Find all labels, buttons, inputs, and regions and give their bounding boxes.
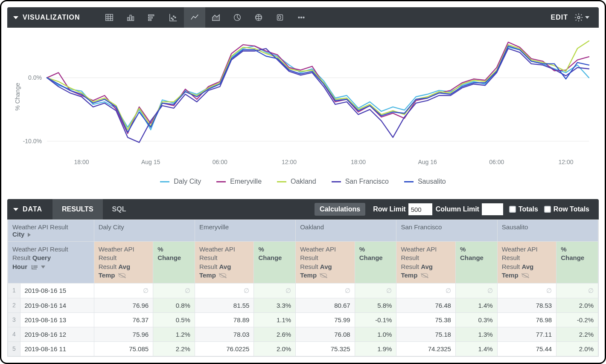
column-limit-input[interactable]: [482, 203, 503, 215]
cell-avg-temp[interactable]: 81.55: [195, 298, 254, 313]
measure-header[interactable]: Weather API ResultResult AvgTemp: [195, 242, 254, 283]
cell-pct-change[interactable]: 1.9%: [355, 342, 396, 356]
cell-pct-change[interactable]: 0.8%: [153, 298, 195, 313]
viz-type-area-icon[interactable]: [205, 7, 227, 28]
cell-pct-change[interactable]: 2.2%: [153, 342, 195, 356]
viz-type-table-icon[interactable]: [99, 7, 120, 28]
line-chart[interactable]: 0.0%-10.0%18:00Aug 1506:0012:0018:00Aug …: [7, 32, 599, 177]
cell-pct-change[interactable]: 2.6%: [254, 327, 296, 342]
cell-avg-temp[interactable]: 75.44: [497, 342, 556, 356]
cell-pct-change[interactable]: -0.2%: [556, 313, 598, 327]
cell-avg-temp[interactable]: 76.0225: [195, 342, 254, 356]
legend-item[interactable]: Sausalito: [404, 178, 446, 185]
cell-pct-change[interactable]: 1.3%: [455, 327, 497, 342]
cell-pct-change[interactable]: -0.1%: [355, 313, 396, 327]
viz-type-pie-icon[interactable]: [227, 7, 248, 28]
cell-avg-temp[interactable]: 80.67: [296, 298, 355, 313]
row-limit-input[interactable]: [408, 203, 432, 215]
cell-pct-change[interactable]: 1.4%: [455, 298, 497, 313]
cell-hour[interactable]: 2019-08-16 13: [20, 313, 94, 327]
cell-pct-change[interactable]: 2.2%: [556, 327, 598, 342]
cell-pct-change[interactable]: 1.4%: [455, 342, 497, 356]
calc-header[interactable]: %Change: [556, 242, 598, 283]
cell-pct-change[interactable]: ∅: [556, 283, 598, 298]
calc-header[interactable]: %Change: [153, 242, 195, 283]
viz-type-scatter-icon[interactable]: [163, 7, 184, 28]
legend-item[interactable]: San Francisco: [332, 178, 389, 185]
cell-avg-temp[interactable]: ∅: [195, 283, 254, 298]
cell-avg-temp[interactable]: ∅: [94, 283, 153, 298]
cell-pct-change[interactable]: 2.0%: [556, 298, 598, 313]
cell-pct-change[interactable]: 1.0%: [355, 327, 396, 342]
cell-hour[interactable]: 2019-08-16 14: [20, 298, 94, 313]
cell-avg-temp[interactable]: 75.38: [396, 313, 456, 327]
pivot-value-header[interactable]: San Francisco: [396, 220, 497, 242]
measure-header[interactable]: Weather API ResultResult AvgTemp: [497, 242, 556, 283]
viz-type-more-icon[interactable]: [291, 7, 312, 28]
cell-avg-temp[interactable]: 75.085: [94, 342, 153, 356]
cell-hour[interactable]: 2019-08-16 11: [20, 342, 94, 356]
edit-visualization-button[interactable]: EDIT: [551, 14, 568, 21]
viz-type-line-icon[interactable]: [184, 7, 205, 28]
cell-pct-change[interactable]: 0.5%: [153, 313, 195, 327]
cell-avg-temp[interactable]: 77.11: [497, 327, 556, 342]
cell-avg-temp[interactable]: 76.08: [296, 327, 355, 342]
cell-hour[interactable]: 2019-08-16 12: [20, 327, 94, 342]
cell-avg-temp[interactable]: 78.03: [195, 327, 254, 342]
cell-avg-temp[interactable]: 76.37: [94, 313, 153, 327]
collapse-visualization-icon[interactable]: [13, 16, 18, 19]
cell-pct-change[interactable]: ∅: [455, 283, 497, 298]
cell-avg-temp[interactable]: 76.48: [396, 298, 456, 313]
legend-item[interactable]: Oakland: [277, 178, 316, 185]
calculations-button[interactable]: Calculations: [315, 203, 365, 216]
cell-avg-temp[interactable]: 78.53: [497, 298, 556, 313]
tab-results[interactable]: RESULTS: [52, 199, 102, 220]
calc-header[interactable]: %Change: [455, 242, 497, 283]
legend-item[interactable]: Daly City: [160, 178, 201, 185]
measure-header[interactable]: Weather API ResultResult AvgTemp: [94, 242, 153, 283]
row-dimension-header[interactable]: Weather API ResultResult QueryHour: [8, 242, 94, 283]
viz-type-column-icon[interactable]: [120, 7, 141, 28]
cell-avg-temp[interactable]: ∅: [296, 283, 355, 298]
cell-pct-change[interactable]: ∅: [153, 283, 195, 298]
cell-avg-temp[interactable]: ∅: [497, 283, 556, 298]
cell-pct-change[interactable]: 3.3%: [254, 298, 296, 313]
cell-avg-temp[interactable]: 75.96: [94, 327, 153, 342]
totals-checkbox[interactable]: Totals: [509, 205, 538, 213]
cell-avg-temp[interactable]: 75.99: [296, 313, 355, 327]
viz-type-single-value-icon[interactable]: [269, 7, 291, 28]
viz-type-map-icon[interactable]: [248, 7, 269, 28]
tab-sql[interactable]: SQL: [103, 199, 136, 220]
cell-pct-change[interactable]: 5.8%: [355, 298, 396, 313]
collapse-data-icon[interactable]: [13, 208, 18, 211]
measure-header[interactable]: Weather API ResultResult AvgTemp: [296, 242, 355, 283]
row-totals-checkbox[interactable]: Row Totals: [544, 205, 589, 213]
cell-pct-change[interactable]: 0.3%: [455, 313, 497, 327]
cell-pct-change[interactable]: 1.2%: [153, 327, 195, 342]
cell-avg-temp[interactable]: 75.325: [296, 342, 355, 356]
cell-pct-change[interactable]: ∅: [355, 283, 396, 298]
cell-pct-change[interactable]: 1.1%: [254, 313, 296, 327]
cell-avg-temp[interactable]: 78.89: [195, 313, 254, 327]
cell-avg-temp[interactable]: 76.98: [497, 313, 556, 327]
cell-pct-change[interactable]: ∅: [254, 283, 296, 298]
legend-item[interactable]: Emeryville: [216, 178, 262, 185]
visualization-settings-button[interactable]: [574, 13, 589, 22]
pivot-value-header[interactable]: Daly City: [94, 220, 195, 242]
cell-avg-temp[interactable]: 76.96: [94, 298, 153, 313]
calc-header[interactable]: %Change: [355, 242, 396, 283]
cell-pct-change[interactable]: 2.0%: [254, 342, 296, 356]
pivot-dimension-header[interactable]: Weather API ResultCity: [8, 220, 94, 242]
pivot-value-header[interactable]: Emeryville: [195, 220, 295, 242]
viz-type-bar-icon[interactable]: [141, 7, 163, 28]
cell-avg-temp[interactable]: 75.18: [396, 327, 456, 342]
visualization-title: VISUALIZATION: [23, 14, 80, 21]
pivot-value-header[interactable]: Oakland: [296, 220, 396, 242]
calc-header[interactable]: %Change: [254, 242, 296, 283]
cell-pct-change[interactable]: 2.0%: [556, 342, 598, 356]
cell-hour[interactable]: 2019-08-16 15: [20, 283, 94, 298]
pivot-value-header[interactable]: Sausalito: [497, 220, 598, 242]
cell-avg-temp[interactable]: ∅: [396, 283, 456, 298]
cell-avg-temp[interactable]: 74.2325: [396, 342, 456, 356]
measure-header[interactable]: Weather API ResultResult AvgTemp: [396, 242, 456, 283]
